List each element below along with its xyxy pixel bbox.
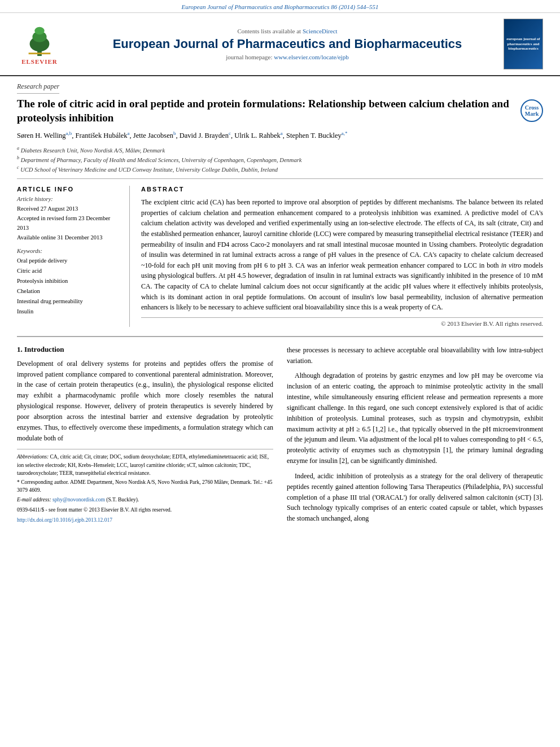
intro-heading: 1. Introduction (17, 345, 273, 354)
article-history-label: Article history: (17, 196, 121, 202)
abstract-section: Abstract The excipient citric acid (CA) … (141, 186, 543, 327)
keywords-list: Oral peptide delivery Citric acid Proteo… (17, 256, 121, 316)
journal-cover-image: european journal of pharmaceutics and bi… (504, 19, 543, 69)
sciencedirect-link[interactable]: ScienceDirect (303, 28, 338, 34)
journal-homepage: journal homepage: www.elsevier.com/locat… (77, 54, 498, 60)
svg-rect-4 (29, 53, 51, 54)
doi-link[interactable]: http://dx.doi.org/10.1016/j.ejpb.2013.12… (17, 517, 112, 523)
article-title-row: The role of citric acid in oral peptide … (17, 97, 543, 125)
homepage-url: www.elsevier.com/locate/ejpb (274, 54, 348, 60)
cover-text: european journal of pharmaceutics and bi… (506, 37, 540, 51)
svg-point-3 (34, 27, 44, 35)
elsevier-label: ELSEVIER (21, 58, 58, 65)
footnotes: Abbreviations: CA, citric acid; Cit, cit… (17, 449, 273, 524)
available-date: Available online 31 December 2013 (17, 234, 102, 241)
abstract-title: Abstract (141, 186, 543, 193)
article-type: Research paper (17, 82, 59, 94)
email-link[interactable]: sphy@novonordisk.com (53, 497, 105, 503)
elsevier-tree-icon (17, 23, 62, 57)
footnote-corresponding: * Corresponding author. ADME Department,… (17, 478, 273, 495)
article-dates: Received 27 August 2013 Accepted in revi… (17, 204, 121, 242)
keywords-label: Keywords: (17, 248, 121, 254)
journal-logo-right: european journal of pharmaceutics and bi… (498, 19, 549, 69)
copyright-line: © 2013 Elsevier B.V. All rights reserved… (141, 317, 543, 327)
accepted-date: Accepted in revised form 23 December 201… (17, 215, 110, 231)
body-section: 1. Introduction Development of oral deli… (17, 336, 543, 528)
keywords-section: Keywords: Oral peptide delivery Citric a… (17, 248, 121, 316)
body-col-right: these processes is necessary to achieve … (287, 345, 543, 528)
body-col-left: 1. Introduction Development of oral deli… (17, 345, 273, 528)
article-info: Article Info Article history: Received 2… (17, 186, 130, 327)
footnote-email: E-mail address: sphy@novonordisk.com (S.… (17, 496, 273, 504)
journal-center: Contents lists available at ScienceDirec… (77, 28, 498, 60)
doi-line: http://dx.doi.org/10.1016/j.ejpb.2013.12… (17, 516, 273, 524)
intro-text-right: these processes is necessary to achieve … (287, 345, 543, 524)
received-date: Received 27 August 2013 (17, 206, 78, 212)
affiliations: a Diabetes Research Unit, Novo Nordisk A… (17, 145, 543, 180)
article-title: The role of citric acid in oral peptide … (17, 97, 509, 125)
article-info-abstract-row: Article Info Article history: Received 2… (17, 186, 543, 327)
article-info-title: Article Info (17, 186, 121, 193)
journal-banner: European Journal of Pharmaceutics and Bi… (0, 0, 560, 13)
journal-title: European Journal of Pharmaceutics and Bi… (77, 37, 498, 51)
abstract-text: The excipient citric acid (CA) has been … (141, 197, 543, 313)
main-content: Research paper The role of citric acid i… (0, 76, 560, 540)
authors: Søren H. Wellinga,b, František Hubáleka,… (17, 129, 543, 141)
intro-text-left: Development of oral delivery systems for… (17, 359, 273, 444)
body-two-col: 1. Introduction Development of oral deli… (17, 345, 543, 528)
crossmark-label: CrossMark (525, 104, 539, 117)
issn-line: 0939-6411/$ - see front matter © 2013 El… (17, 506, 273, 514)
sciencedirect-line: Contents lists available at ScienceDirec… (77, 28, 498, 34)
crossmark-badge: CrossMark (520, 99, 543, 122)
journal-header: ELSEVIER Contents lists available at Sci… (0, 13, 560, 76)
journal-logo-left: ELSEVIER (11, 23, 68, 65)
footnote-abbreviations: Abbreviations: CA, citric acid; Cit, cit… (17, 453, 273, 477)
